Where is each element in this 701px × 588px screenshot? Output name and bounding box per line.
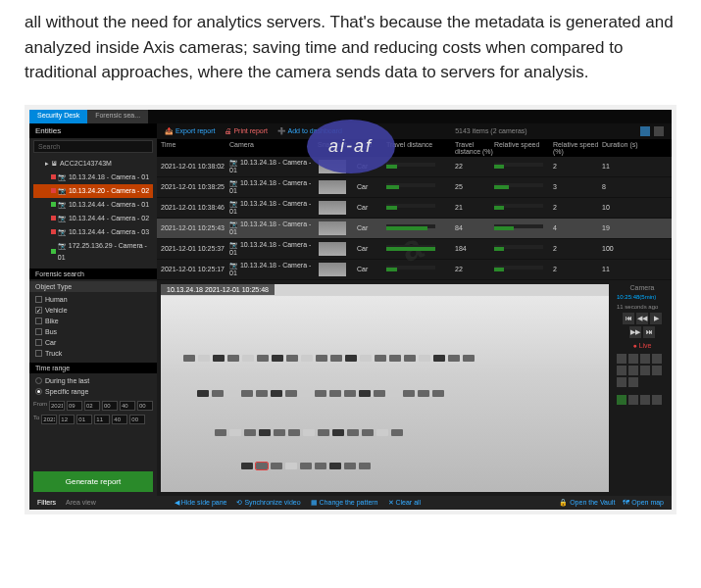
snapshot-thumbnail	[319, 201, 346, 215]
tree-root[interactable]: ▸ 🖥 ACC2C143743M	[33, 157, 153, 171]
toolbar: 📤 Export report 🖨 Print report ➕ Add to …	[157, 123, 672, 139]
sync-video-button[interactable]: ⟲ Synchronize video	[236, 499, 300, 507]
table-row[interactable]: 2021-12-01 10:38:02📷 10.13.24.18 - Camer…	[157, 157, 672, 177]
table-row[interactable]: 2021-12-01 10:38:46📷 10.13.24.18 - Camer…	[157, 198, 672, 219]
status-icon	[51, 229, 56, 234]
object-type-checkbox[interactable]: Human	[35, 294, 151, 305]
content-area: 📤 Export report 🖨 Print report ➕ Add to …	[157, 123, 672, 496]
forward-button[interactable]: ▶▶	[629, 326, 641, 338]
checkbox-icon	[35, 350, 42, 357]
parking-lot-scene	[161, 296, 609, 492]
tab-security-desk[interactable]: Security Desk	[29, 110, 87, 123]
from-year[interactable]	[49, 401, 65, 411]
cp-icon-9[interactable]	[617, 377, 626, 387]
status-icon	[51, 188, 56, 193]
to-year[interactable]	[41, 415, 57, 424]
change-pattern-button[interactable]: ▦ Change the pattern	[311, 499, 378, 507]
table-row[interactable]: 2021-12-01 10:25:43📷 10.13.24.18 - Camer…	[157, 219, 672, 239]
from-m[interactable]	[120, 401, 135, 411]
to-month[interactable]	[59, 415, 75, 424]
status-icon	[51, 216, 56, 220]
to-s[interactable]	[129, 415, 145, 424]
export-button[interactable]: 📤 Export report	[165, 127, 215, 135]
cp-bottom-3[interactable]	[640, 395, 650, 405]
radio-specific-range[interactable]: Specific range	[35, 386, 151, 397]
table-row[interactable]: 2021-12-01 10:38:25📷 10.13.24.18 - Camer…	[157, 177, 672, 198]
from-month[interactable]	[67, 401, 82, 411]
object-type-checkbox[interactable]: Vehicle	[35, 305, 151, 316]
from-h[interactable]	[102, 401, 118, 411]
camera-tree-item[interactable]: 📷 10.13.24.20 - Camera - 02	[33, 184, 153, 198]
object-type-header: Object Type	[29, 281, 157, 292]
camera-tree: ▸ 🖥 ACC2C143743M 📷 10.13.24.18 - Camera …	[29, 155, 157, 267]
object-type-checkbox[interactable]: Truck	[35, 348, 151, 359]
cp-bottom-1[interactable]	[617, 395, 626, 405]
video-overlay-title: 10.13.24.18 2021-12-01 10:25:48	[161, 284, 275, 295]
skip-back-button[interactable]: ⏮	[623, 313, 634, 324]
print-button[interactable]: 🖨 Print report	[225, 127, 268, 134]
rewind-button[interactable]: ◀◀	[636, 313, 648, 324]
snapshot-thumbnail	[319, 180, 346, 194]
object-type-checkbox[interactable]: Bus	[35, 326, 151, 337]
hide-pane-button[interactable]: ◀ Hide side pane	[175, 499, 227, 507]
cp-ago: 11 seconds ago	[617, 304, 668, 310]
checkbox-icon	[35, 307, 42, 314]
object-type-list: HumanVehicleBikeBusCarTruck	[29, 292, 157, 361]
open-vault-button[interactable]: 🔒 Open the Vault	[559, 499, 615, 507]
from-s[interactable]	[137, 401, 153, 411]
watermark-logo: ai-af	[307, 120, 395, 173]
to-h[interactable]	[94, 415, 110, 424]
generate-report-button[interactable]: Generate report	[33, 471, 153, 492]
tab-forensic-search[interactable]: Forensic sea...	[87, 110, 148, 123]
result-count: 5143 items (2 cameras)	[352, 127, 630, 134]
table-header: Time Camera Snapshot Type Travel distanc…	[157, 139, 672, 157]
checkbox-icon	[35, 318, 42, 324]
bottom-tab-filters[interactable]: Filters	[37, 499, 56, 506]
bottom-bar: Filters Area view ◀ Hide side pane ⟲ Syn…	[29, 496, 672, 510]
screenshot-container: ai-af a Security Desk Forensic sea... En…	[25, 105, 676, 514]
radio-during-last[interactable]: During the last	[35, 375, 151, 386]
object-type-checkbox[interactable]: Bike	[35, 316, 151, 326]
cp-bottom-4[interactable]	[652, 395, 662, 405]
to-m[interactable]	[112, 415, 127, 424]
video-player[interactable]: 10.13.24.18 2021-12-01 10:25:48	[161, 284, 609, 492]
from-day[interactable]	[84, 401, 100, 411]
cp-icon-1[interactable]	[617, 354, 626, 364]
cp-icon-2[interactable]	[628, 354, 638, 364]
cp-bottom-2[interactable]	[628, 395, 638, 405]
snapshot-thumbnail	[319, 263, 346, 276]
time-from-row: From	[29, 399, 157, 413]
camera-tree-item[interactable]: 📷 172.25.136.29 - Camera - 01	[33, 239, 153, 265]
skip-fwd-button[interactable]: ⏭	[643, 326, 655, 338]
view-list-icon[interactable]	[654, 126, 664, 136]
cp-title: Camera	[617, 284, 668, 291]
highlighted-vehicle	[256, 463, 268, 469]
clear-all-button[interactable]: ✕ Clear all	[388, 499, 422, 507]
cp-icon-4[interactable]	[652, 354, 662, 364]
search-input[interactable]: Search	[33, 140, 153, 153]
cp-icon-5[interactable]	[617, 366, 626, 375]
open-map-button[interactable]: 🗺 Open map	[623, 499, 664, 507]
entities-title: Entities	[29, 123, 157, 138]
camera-tree-item[interactable]: 📷 10.13.24.44 - Camera - 02	[33, 212, 153, 225]
live-indicator[interactable]: ● Live	[632, 342, 651, 349]
camera-tree-item[interactable]: 📷 10.13.24.44 - Camera - 03	[33, 225, 153, 239]
play-button[interactable]: ▶	[650, 313, 662, 324]
cp-icon-3[interactable]	[640, 354, 650, 364]
table-row[interactable]: 2021-12-01 10:25:17📷 10.13.24.18 - Camer…	[157, 260, 672, 280]
app-window: ai-af a Security Desk Forensic sea... En…	[29, 110, 672, 510]
camera-tree-item[interactable]: 📷 10.13.24.18 - Camera - 01	[33, 171, 153, 184]
cp-timestamp: 10:25:48(5min)	[617, 294, 668, 300]
cp-icon-10[interactable]	[628, 377, 638, 387]
cp-icon-6[interactable]	[628, 366, 638, 375]
bottom-tab-area[interactable]: Area view	[66, 499, 96, 506]
cp-icon-8[interactable]	[652, 366, 662, 375]
object-type-checkbox[interactable]: Car	[35, 337, 151, 348]
to-day[interactable]	[76, 415, 92, 424]
snapshot-thumbnail	[319, 221, 346, 235]
table-row[interactable]: 2021-12-01 10:25:37📷 10.13.24.18 - Camer…	[157, 239, 672, 260]
cp-icon-7[interactable]	[640, 366, 650, 375]
snapshot-thumbnail	[319, 242, 346, 256]
camera-tree-item[interactable]: 📷 10.13.24.44 - Camera - 01	[33, 198, 153, 212]
view-grid-icon[interactable]	[640, 126, 650, 136]
